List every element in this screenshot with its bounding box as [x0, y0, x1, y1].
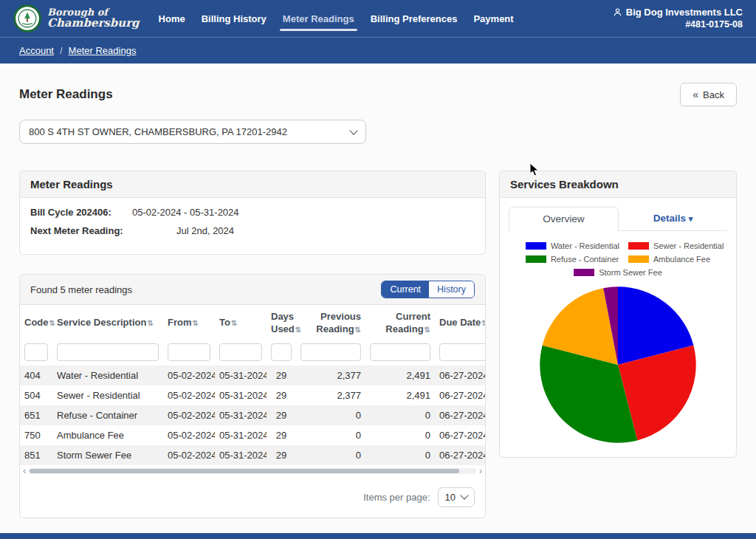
- nav-item-billing-preferences[interactable]: Billing Preferences: [371, 0, 458, 37]
- table-row: 404 Water - Residential 05-02-2024 05-31…: [20, 365, 485, 385]
- cell-from: 05-02-2024: [163, 385, 215, 405]
- nav-item-billing-history[interactable]: Billing History: [202, 0, 267, 37]
- column-header-to[interactable]: To⇅: [215, 305, 267, 339]
- column-header-current-reading[interactable]: Current Reading⇅: [365, 305, 435, 339]
- cell-code: 750: [20, 425, 52, 445]
- account-name: Big Dog Investments LLC: [626, 6, 743, 19]
- cell-days: 29: [267, 425, 296, 445]
- cell-service: Sewer - Residential: [52, 385, 163, 405]
- filter-previous-input[interactable]: [300, 343, 361, 361]
- filter-service-input[interactable]: [57, 343, 159, 361]
- filter-from-input[interactable]: [168, 343, 210, 361]
- page-title: Meter Readings: [19, 87, 113, 102]
- cell-from: 05-02-2024: [163, 445, 215, 465]
- account-number: #481-0175-08: [613, 18, 743, 31]
- scroll-left-icon[interactable]: ‹: [23, 467, 26, 476]
- cell-code: 851: [20, 445, 52, 465]
- filter-days-input[interactable]: [271, 343, 292, 361]
- current-toggle-button[interactable]: Current: [382, 281, 429, 298]
- meter-readings-card: Meter Readings Bill Cycle 202406: 05-02-…: [19, 171, 486, 255]
- cell-previous: 0: [296, 405, 365, 425]
- pie-chart: [509, 284, 727, 445]
- cell-due-date: 06-27-2024: [435, 425, 485, 445]
- scrollbar-track[interactable]: [29, 468, 476, 474]
- cell-current: 2,491: [365, 365, 435, 385]
- cell-service: Storm Sewer Fee: [52, 445, 163, 465]
- cell-from: 05-02-2024: [163, 405, 215, 425]
- nav-item-meter-readings[interactable]: Meter Readings: [283, 0, 354, 37]
- cell-code: 504: [20, 385, 52, 405]
- scroll-right-icon[interactable]: ›: [479, 467, 482, 476]
- legend-swatch-refuse: [526, 255, 546, 263]
- cell-to: 05-31-2024: [215, 365, 267, 385]
- column-header-from[interactable]: From⇅: [163, 305, 215, 339]
- tab-details[interactable]: Details ▾: [619, 207, 727, 230]
- back-button[interactable]: « Back: [680, 83, 737, 106]
- sort-icon: ⇅: [295, 326, 301, 334]
- chevron-down-icon: [460, 492, 468, 500]
- filter-due-input[interactable]: [439, 343, 485, 361]
- next-reading-value: Jul 2nd, 2024: [132, 225, 234, 236]
- sort-icon: ⇅: [481, 319, 485, 327]
- brand-name: Borough of Chambersburg: [47, 7, 140, 29]
- legend-item: Refuse - Container: [515, 255, 618, 264]
- legend-swatch-storm-sewer: [574, 269, 594, 276]
- services-tabs: Overview Details ▾: [509, 207, 727, 231]
- chevron-down-icon: [349, 126, 357, 134]
- items-per-page-select[interactable]: 10: [438, 487, 475, 507]
- sort-icon: ⇅: [147, 319, 153, 327]
- filter-row: [20, 339, 485, 365]
- bill-cycle-value: 05-02-2024 - 05-31-2024: [132, 207, 239, 218]
- main-nav: Home Billing History Meter Readings Bill…: [159, 0, 514, 37]
- breadcrumb-account-link[interactable]: Account: [19, 45, 54, 56]
- nav-item-home[interactable]: Home: [159, 0, 185, 37]
- filter-to-input[interactable]: [219, 343, 262, 361]
- cell-current: 0: [365, 445, 435, 465]
- cell-from: 05-02-2024: [163, 365, 215, 385]
- footer-bar: [0, 533, 756, 539]
- cell-current: 0: [365, 425, 435, 445]
- caret-down-icon: ▾: [689, 214, 693, 223]
- cell-days: 29: [267, 445, 296, 465]
- bill-cycle-label: Bill Cycle 202406:: [30, 207, 132, 218]
- legend-item: Storm Sewer Fee: [574, 268, 662, 277]
- nav-item-payment[interactable]: Payment: [473, 0, 513, 37]
- cell-current: 2,491: [365, 385, 435, 405]
- found-readings-text: Found 5 meter readings: [30, 284, 132, 295]
- column-header-due-date[interactable]: Due Date⇅: [435, 305, 485, 339]
- brand-line2: Chambersburg: [47, 18, 140, 30]
- cell-previous: 2,377: [296, 385, 365, 405]
- column-header-previous-reading[interactable]: Previous Reading⇅: [296, 305, 365, 339]
- borough-seal-logo: [13, 4, 41, 32]
- pie-legend: Water - Residential Sewer - Residential …: [509, 241, 727, 277]
- legend-swatch-water: [526, 242, 546, 250]
- column-header-service[interactable]: Service Description⇅: [52, 305, 163, 339]
- legend-item: Ambulance Fee: [618, 255, 721, 264]
- address-select[interactable]: 800 S 4TH ST OWNER, CHAMBERSBURG, PA 172…: [19, 120, 366, 144]
- column-header-days-used[interactable]: Days Used⇅: [267, 305, 296, 339]
- legend-label: Refuse - Container: [551, 255, 619, 264]
- column-header-code[interactable]: Code⇅: [20, 305, 52, 339]
- sort-icon: ⇅: [425, 326, 430, 334]
- cell-days: 29: [267, 365, 296, 385]
- items-per-page-label: Items per page:: [363, 492, 430, 503]
- top-navbar: Borough of Chambersburg Home Billing His…: [0, 0, 756, 37]
- legend-label: Storm Sewer Fee: [599, 268, 662, 277]
- legend-label: Ambulance Fee: [653, 255, 710, 264]
- cell-to: 05-31-2024: [215, 425, 267, 445]
- cell-to: 05-31-2024: [215, 445, 267, 465]
- services-breakdown-title: Services Breakdown: [500, 171, 736, 198]
- breadcrumb-current-link[interactable]: Meter Readings: [69, 45, 137, 56]
- cell-due-date: 06-27-2024: [435, 405, 485, 425]
- cell-due-date: 06-27-2024: [435, 365, 485, 385]
- address-select-value: 800 S 4TH ST OWNER, CHAMBERSBURG, PA 172…: [29, 126, 287, 137]
- history-toggle-button[interactable]: History: [429, 281, 474, 298]
- filter-code-input[interactable]: [24, 343, 48, 361]
- services-breakdown-card: Services Breakdown Overview Details ▾ Wa…: [499, 171, 737, 458]
- filter-current-input[interactable]: [370, 343, 430, 361]
- scrollbar-thumb[interactable]: [30, 469, 459, 473]
- sort-icon: ⇅: [355, 326, 361, 334]
- tab-overview[interactable]: Overview: [509, 207, 619, 231]
- account-name-row[interactable]: Big Dog Investments LLC: [613, 6, 743, 19]
- cell-service: Ambulance Fee: [52, 425, 163, 445]
